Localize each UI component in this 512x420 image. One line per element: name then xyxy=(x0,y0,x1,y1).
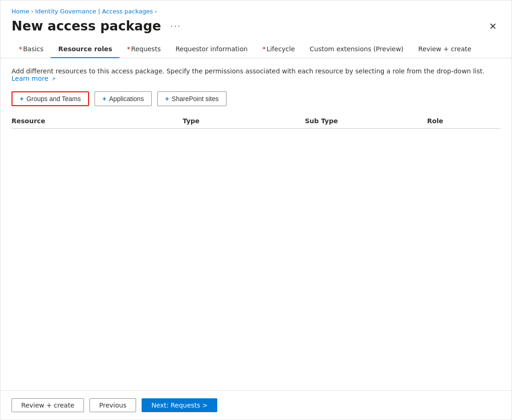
column-sub-type: Sub Type xyxy=(305,114,427,129)
tab-resource-roles[interactable]: Resource roles xyxy=(51,42,119,58)
resource-table: Resource Type Sub Type Role xyxy=(12,114,500,313)
tab-review-create[interactable]: Review + create xyxy=(411,42,479,58)
applications-label: Applications xyxy=(109,95,144,102)
tab-resource-roles-label: Resource roles xyxy=(58,45,112,53)
tab-custom-extensions[interactable]: Custom extensions (Preview) xyxy=(302,42,411,58)
description-text: Add different resources to this access p… xyxy=(12,67,500,82)
groups-teams-label: Groups and Teams xyxy=(26,95,81,102)
tab-requests[interactable]: *Requests xyxy=(119,42,168,58)
footer: Review + create Previous Next: Requests … xyxy=(0,390,512,420)
page-title: New access package xyxy=(12,18,161,34)
basics-required-star: * xyxy=(19,45,22,53)
column-resource: Resource xyxy=(12,114,183,129)
tab-requestor-info[interactable]: Requestor information xyxy=(168,42,255,58)
next-requests-button[interactable]: Next: Requests > xyxy=(142,398,217,412)
sharepoint-sites-button[interactable]: + SharePoint sites xyxy=(157,91,226,106)
tabs: *Basics Resource roles *Requests Request… xyxy=(12,41,500,58)
column-role: Role xyxy=(427,114,500,129)
groups-teams-button[interactable]: + Groups and Teams xyxy=(12,91,89,106)
close-button[interactable]: ✕ xyxy=(485,20,500,33)
empty-state-row xyxy=(12,129,500,313)
requests-required-star: * xyxy=(127,45,130,53)
breadcrumb-home[interactable]: Home xyxy=(12,8,29,15)
main-content: Add different resources to this access p… xyxy=(0,58,512,390)
tab-basics-label: Basics xyxy=(23,45,43,53)
page-container: Home › Identity Governance | Access pack… xyxy=(0,0,512,420)
lifecycle-required-star: * xyxy=(262,45,266,53)
table-header-row: Resource Type Sub Type Role xyxy=(12,114,500,129)
tab-lifecycle-label: Lifecycle xyxy=(267,45,295,53)
external-link-icon: ↗ xyxy=(51,76,55,82)
tab-basics[interactable]: *Basics xyxy=(12,42,51,58)
applications-button[interactable]: + Applications xyxy=(95,91,152,106)
breadcrumb: Home › Identity Governance | Access pack… xyxy=(0,0,512,17)
breadcrumb-sep-2: › xyxy=(155,8,157,15)
sharepoint-plus-icon: + xyxy=(165,95,169,102)
column-type: Type xyxy=(183,114,305,129)
tab-custom-extensions-label: Custom extensions (Preview) xyxy=(310,45,404,53)
breadcrumb-identity-governance[interactable]: Identity Governance | Access packages xyxy=(35,8,153,15)
tab-requestor-info-label: Requestor information xyxy=(175,45,247,53)
sharepoint-sites-label: SharePoint sites xyxy=(172,95,219,102)
header: New access package ··· ✕ xyxy=(0,17,512,41)
tab-lifecycle[interactable]: *Lifecycle xyxy=(255,42,302,58)
table-body xyxy=(12,129,500,313)
applications-plus-icon: + xyxy=(102,95,106,102)
header-left: New access package ··· xyxy=(12,18,185,34)
groups-teams-plus-icon: + xyxy=(20,95,24,102)
tabs-container: *Basics Resource roles *Requests Request… xyxy=(0,41,512,58)
tab-requests-label: Requests xyxy=(131,45,161,53)
breadcrumb-sep-1: › xyxy=(31,8,33,15)
previous-button[interactable]: Previous xyxy=(89,398,136,412)
review-create-button[interactable]: Review + create xyxy=(12,398,84,412)
more-options-button[interactable]: ··· xyxy=(167,19,185,33)
learn-more-link[interactable]: Learn more ↗ xyxy=(12,75,56,82)
resource-buttons: + Groups and Teams + Applications + Shar… xyxy=(12,91,500,106)
tab-review-create-label: Review + create xyxy=(418,45,471,53)
